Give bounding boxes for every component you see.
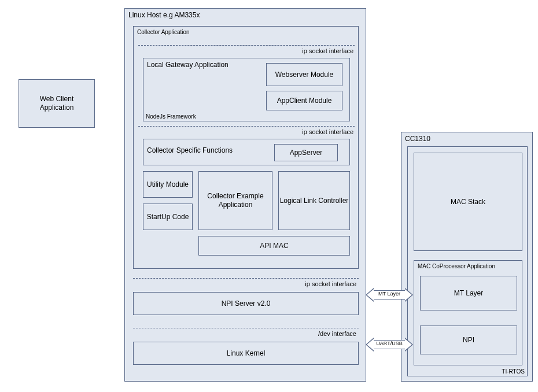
iface3-label: ip socket interface [125, 280, 356, 287]
collector-example-box: Collector Example Application [198, 171, 272, 230]
linux-kernel-label: Linux Kernel [227, 349, 266, 358]
npi-box: NPI [420, 326, 517, 354]
linux-host-box: Linux Host e.g AM335x Collector Applicat… [124, 8, 366, 382]
iface4-label: /dev interface [125, 330, 356, 337]
appclient-module-box: AppClient Module [266, 91, 342, 110]
cc1310-box: CC1310 TI-RTOS MAC Stack MAC CoProcessor… [401, 132, 533, 382]
tirtos-box: TI-RTOS MAC Stack MAC CoProcessor Applic… [407, 146, 528, 376]
mac-cop-box: MAC CoProcessor Application MT Layer NPI [414, 260, 522, 365]
webserver-module-label: Webserver Module [275, 71, 334, 79]
iface1-label: ip socket interface [134, 47, 353, 54]
utility-module-box: Utility Module [143, 171, 193, 198]
npi-server-box: NPI Server v2.0 [133, 292, 359, 315]
llc-box: Logical Link Controller [278, 171, 350, 230]
appserver-label: AppServer [290, 149, 323, 157]
appserver-box: AppServer [274, 144, 338, 161]
linux-host-title: Linux Host e.g AM335x [125, 9, 366, 22]
dashed-iface-4 [133, 328, 359, 328]
npi-label: NPI [463, 336, 474, 345]
linux-kernel-box: Linux Kernel [133, 342, 359, 365]
cc1310-title: CC1310 [401, 132, 532, 146]
utility-module-label: Utility Module [147, 180, 189, 189]
collector-app-box: Collector Application ip socket interfac… [133, 26, 359, 269]
local-gateway-box: Local Gateway Application NodeJs Framewo… [143, 58, 350, 121]
npi-server-label: NPI Server v2.0 [222, 299, 271, 308]
arrow-mt-layer: MT Layer [366, 288, 413, 302]
llc-label: Logical Link Controller [280, 197, 349, 205]
webserver-module-box: Webserver Module [266, 63, 342, 86]
dashed-iface-2 [138, 126, 355, 127]
collector-example-label: Collector Example Application [199, 192, 272, 209]
startup-code-label: StartUp Code [147, 213, 189, 221]
startup-code-box: StartUp Code [143, 204, 193, 230]
appclient-module-label: AppClient Module [277, 97, 332, 105]
collector-app-title: Collector Application [134, 27, 358, 38]
dashed-iface-3 [133, 278, 359, 279]
web-client-label: Web Client Application [40, 95, 74, 112]
dashed-iface-1b [138, 45, 355, 46]
web-client-box: Web Client Application [19, 79, 95, 128]
nodejs-footer: NodeJs Framework [146, 113, 196, 120]
mac-stack-box: MAC Stack [414, 153, 522, 251]
arrow-mt-label: MT Layer [366, 291, 413, 297]
mac-cop-title: MAC CoProcessor Application [414, 261, 522, 272]
mt-layer-box: MT Layer [420, 276, 517, 310]
arrow-uart-usb: UART/USB [366, 338, 413, 352]
mac-stack-label: MAC Stack [451, 198, 485, 206]
mt-layer-label: MT Layer [454, 289, 483, 298]
iface2-label: ip socket interface [134, 128, 353, 135]
arrow-uart-label: UART/USB [366, 341, 413, 346]
csf-box: Collector Specific Functions AppServer [143, 139, 350, 165]
apimac-box: API MAC [198, 236, 350, 256]
apimac-label: API MAC [260, 242, 288, 250]
tirtos-label: TI-RTOS [502, 368, 525, 375]
